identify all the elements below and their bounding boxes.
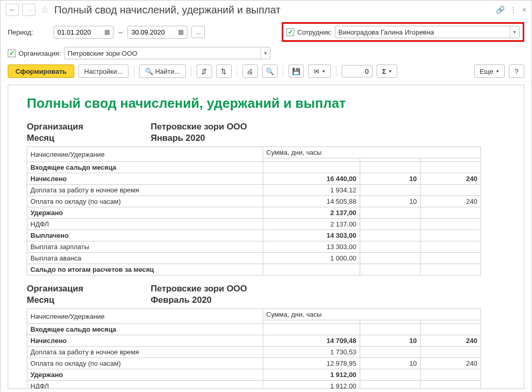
- expand-button[interactable]: ⇵: [197, 64, 212, 78]
- row-sum: [263, 264, 360, 275]
- row-days: [360, 347, 420, 358]
- report-viewport[interactable]: Полный свод начислений, удержаний и выпл…: [8, 85, 524, 389]
- table-row: Начислено16 440,0010240: [27, 173, 481, 185]
- month-header-label: Месяц: [27, 133, 151, 143]
- generate-button[interactable]: Сформировать: [8, 64, 74, 78]
- month-header-value: Февраль 2020: [151, 295, 212, 305]
- row-days: 10: [360, 358, 420, 369]
- table-row: НДФЛ2 137,00: [27, 219, 481, 230]
- window-title: Полный свод начислений, удержаний и выпл…: [54, 4, 493, 16]
- employee-filter: ✓ Сотрудник: Виноградова Галина Игоревна…: [282, 22, 524, 42]
- preview-button[interactable]: 🔍: [262, 64, 278, 78]
- calendar-icon[interactable]: ▦: [103, 28, 111, 36]
- search-icon: 🔍: [145, 68, 153, 75]
- row-sum: 2 137,00: [263, 219, 360, 230]
- row-hours: [420, 264, 480, 275]
- more-button[interactable]: Еще ▾: [474, 64, 505, 78]
- employee-checkbox[interactable]: ✓: [286, 28, 294, 36]
- row-hours: [420, 230, 480, 241]
- row-days: [360, 369, 420, 381]
- table-row: Начислено14 709,4810240: [27, 335, 481, 347]
- org-header-label: Организация: [27, 284, 151, 294]
- table-row: Доплата за работу в ночное время1 730,53: [27, 347, 481, 358]
- org-label: Организация:: [19, 50, 61, 57]
- row-sum: 1 912,00: [263, 369, 360, 381]
- row-days: [360, 230, 420, 241]
- org-header-value: Петровские зори ООО: [151, 122, 247, 132]
- employee-dropdown[interactable]: Виноградова Галина Игоревна ▾: [335, 26, 520, 38]
- row-hours: 240: [420, 196, 480, 207]
- row-days: [360, 253, 420, 264]
- row-name: Выплата аванса: [27, 253, 263, 264]
- date-from-input[interactable]: [56, 27, 98, 37]
- row-hours: [420, 185, 480, 196]
- row-name: Доплата за работу в ночное время: [27, 347, 263, 358]
- month-header-label: Месяц: [27, 295, 151, 305]
- save-button[interactable]: 💾: [288, 64, 304, 78]
- row-sum: 12 978,95: [263, 358, 360, 369]
- row-hours: [420, 241, 480, 253]
- org-dropdown[interactable]: Петровские зори ООО ▾: [64, 47, 270, 59]
- row-name: Выплата зарплаты: [27, 241, 263, 253]
- table-row: Выплата аванса1 000,00: [27, 253, 481, 264]
- row-sum: [263, 324, 360, 335]
- table-row: Выплачено14 303,00: [27, 230, 481, 241]
- date-to-field[interactable]: ▦: [127, 26, 187, 39]
- org-header-value: Петровские зори ООО: [151, 284, 247, 294]
- row-name: Начислено: [27, 335, 263, 347]
- date-to-input[interactable]: [130, 27, 171, 37]
- chevron-down-icon[interactable]: ▾: [510, 26, 519, 38]
- sum-button[interactable]: Σ ▾: [377, 64, 398, 78]
- row-days: [360, 185, 420, 196]
- row-days: [360, 324, 420, 335]
- link-icon[interactable]: 🔗: [496, 6, 505, 14]
- find-button[interactable]: 🔍 Найти...: [139, 64, 186, 78]
- row-sum: 2 137,00: [263, 207, 360, 219]
- row-name: Входящее сальдо месяца: [27, 162, 263, 173]
- help-button[interactable]: ?: [509, 64, 524, 78]
- row-days: [360, 381, 420, 389]
- row-hours: 240: [420, 173, 480, 185]
- row-hours: 240: [420, 358, 480, 369]
- row-sum: 14 505,88: [263, 196, 360, 207]
- period-picker-button[interactable]: ...: [191, 26, 205, 38]
- settings-button[interactable]: Настройки...: [78, 64, 128, 78]
- row-name: Выплачено: [27, 230, 263, 241]
- row-hours: [420, 369, 480, 381]
- org-checkbox[interactable]: ✓: [8, 50, 15, 57]
- date-from-field[interactable]: ▦: [54, 26, 114, 39]
- row-name: Оплата по окладу (по часам): [27, 196, 263, 207]
- email-button[interactable]: ✉ ▾: [308, 64, 331, 78]
- forward-button[interactable]: →: [22, 4, 36, 16]
- row-days: [360, 219, 420, 230]
- month-header-value: Январь 2020: [151, 133, 205, 143]
- org-value: Петровские зори ООО: [65, 48, 261, 58]
- row-name: НДФЛ: [27, 381, 263, 389]
- print-button[interactable]: 🖨: [243, 64, 258, 78]
- row-hours: [420, 219, 480, 230]
- row-name: Начислено: [27, 173, 263, 185]
- close-icon[interactable]: ×: [522, 6, 526, 14]
- data-table: Начисление/УдержаниеСумма, дни, часыВход…: [27, 308, 481, 389]
- row-hours: [420, 207, 480, 219]
- row-hours: [420, 347, 480, 358]
- row-sum: 1 000,00: [263, 253, 360, 264]
- row-name: Удержано: [27, 369, 263, 381]
- collapse-button[interactable]: ⇅: [216, 64, 232, 78]
- table-row: Выплата зарплаты13 303,00: [27, 241, 481, 253]
- row-sum: 16 440,00: [263, 173, 360, 185]
- row-days: 10: [360, 196, 420, 207]
- calendar-icon[interactable]: ▦: [177, 28, 185, 36]
- row-name: Оплата по окладу (по часам): [27, 358, 263, 369]
- favorite-icon[interactable]: ☆: [41, 4, 49, 15]
- menu-icon[interactable]: ⋮: [510, 6, 517, 14]
- row-sum: 14 303,00: [263, 230, 360, 241]
- back-button[interactable]: ←: [6, 4, 19, 16]
- report-title: Полный свод начислений, удержаний и выпл…: [27, 95, 514, 111]
- number-input[interactable]: [342, 65, 373, 77]
- row-days: [360, 162, 420, 173]
- chevron-down-icon[interactable]: ▾: [261, 47, 270, 59]
- table-row: Доплата за работу в ночное время1 934,12: [27, 185, 481, 196]
- table-row: Входящее сальдо месяца: [27, 162, 481, 173]
- org-header-label: Организация: [27, 122, 151, 132]
